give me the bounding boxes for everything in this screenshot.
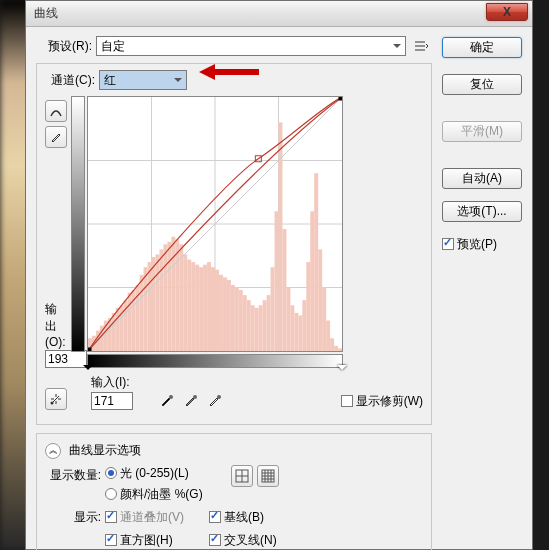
preset-label: 预设(R):: [36, 38, 92, 55]
close-icon: X: [503, 5, 511, 19]
svg-rect-43: [223, 277, 227, 351]
svg-rect-33: [183, 254, 187, 351]
svg-rect-74: [88, 348, 91, 351]
white-point-slider[interactable]: [337, 365, 347, 375]
input-gradient: [87, 354, 343, 368]
svg-rect-31: [175, 239, 179, 351]
show-amount-label: 显示数量:: [45, 465, 101, 484]
auto-button[interactable]: 自动(A): [442, 168, 522, 189]
svg-rect-61: [294, 313, 298, 351]
svg-rect-64: [306, 262, 310, 351]
preview-checkbox[interactable]: 预览(P): [442, 236, 497, 253]
svg-rect-59: [286, 288, 290, 352]
svg-rect-37: [199, 267, 203, 351]
intersection-checkbox[interactable]: 交叉线(N): [209, 532, 299, 549]
svg-rect-70: [330, 338, 334, 351]
svg-rect-32: [179, 244, 183, 351]
svg-rect-26: [155, 254, 159, 351]
svg-rect-50: [251, 305, 255, 351]
svg-rect-48: [243, 295, 247, 351]
svg-rect-49: [247, 300, 251, 351]
svg-rect-44: [227, 280, 231, 351]
svg-rect-22: [140, 275, 144, 351]
channel-label: 通道(C):: [45, 72, 95, 89]
ok-button[interactable]: 确定: [442, 37, 522, 58]
svg-rect-67: [318, 249, 322, 351]
svg-rect-23: [144, 267, 148, 351]
svg-rect-47: [239, 290, 243, 351]
svg-rect-24: [148, 262, 152, 351]
svg-rect-29: [167, 242, 171, 351]
titlebar[interactable]: 曲线 X: [26, 1, 532, 27]
pencil-tool-icon[interactable]: [45, 126, 67, 148]
svg-rect-46: [235, 288, 239, 352]
svg-rect-36: [195, 265, 199, 351]
output-label: 输出(O):: [45, 301, 67, 349]
svg-rect-66: [314, 173, 318, 351]
curve-grid[interactable]: [87, 96, 343, 352]
svg-rect-65: [310, 211, 314, 351]
svg-rect-42: [219, 275, 223, 351]
curve-tool-icon[interactable]: [45, 100, 67, 122]
svg-rect-40: [211, 267, 215, 351]
show-label: 显示:: [45, 509, 101, 526]
black-point-slider[interactable]: [83, 365, 93, 375]
close-button[interactable]: X: [486, 3, 528, 21]
svg-rect-56: [275, 211, 279, 351]
svg-point-80: [217, 395, 221, 399]
svg-rect-58: [282, 229, 286, 351]
svg-rect-72: [338, 348, 342, 351]
svg-rect-55: [271, 267, 275, 351]
gray-eyedropper-icon[interactable]: [181, 390, 201, 410]
svg-rect-41: [215, 270, 219, 351]
histogram-checkbox[interactable]: 直方图(H): [105, 532, 205, 549]
svg-rect-30: [171, 237, 175, 351]
channel-select[interactable]: 红: [99, 70, 187, 90]
svg-rect-60: [290, 305, 294, 351]
grid-simple-icon[interactable]: [231, 465, 253, 487]
grid-detailed-icon[interactable]: [257, 465, 279, 487]
svg-rect-19: [128, 293, 132, 351]
svg-rect-34: [187, 260, 191, 351]
svg-point-79: [193, 395, 197, 399]
input-label: 输入(I):: [91, 374, 133, 391]
svg-rect-27: [159, 249, 163, 351]
channel-overlay-checkbox[interactable]: 通道叠加(V): [105, 509, 205, 526]
svg-rect-15: [112, 313, 116, 351]
svg-rect-69: [326, 321, 330, 351]
svg-rect-52: [259, 305, 263, 351]
svg-rect-38: [203, 265, 207, 351]
smooth-button: 平滑(M): [442, 121, 522, 142]
collapse-icon[interactable]: ︽: [45, 443, 61, 459]
dialog-title: 曲线: [34, 5, 58, 22]
target-adjust-icon[interactable]: [45, 388, 67, 410]
pigment-radio[interactable]: 颜料/油墨 %(G): [105, 487, 203, 501]
svg-rect-16: [116, 308, 120, 351]
preset-select[interactable]: 自定: [96, 36, 406, 56]
svg-rect-53: [263, 300, 267, 351]
preset-menu-icon[interactable]: [410, 35, 432, 57]
svg-rect-63: [302, 300, 306, 351]
output-gradient: [71, 96, 85, 352]
svg-rect-35: [191, 262, 195, 351]
svg-rect-76: [339, 97, 342, 100]
svg-rect-51: [255, 308, 259, 351]
svg-rect-28: [163, 244, 167, 351]
black-eyedropper-icon[interactable]: [157, 390, 177, 410]
svg-rect-68: [322, 288, 326, 352]
svg-point-78: [169, 395, 173, 399]
baseline-checkbox[interactable]: 基线(B): [209, 509, 299, 526]
svg-rect-25: [152, 257, 156, 351]
svg-rect-71: [334, 346, 338, 351]
reset-button[interactable]: 复位: [442, 74, 522, 95]
white-eyedropper-icon[interactable]: [205, 390, 225, 410]
light-radio[interactable]: 光 (0-255)(L): [105, 466, 189, 480]
display-options-label: 曲线显示选项: [69, 442, 141, 459]
svg-rect-39: [207, 262, 211, 351]
options-button[interactable]: 选项(T)...: [442, 201, 522, 222]
svg-rect-54: [267, 295, 271, 351]
input-input[interactable]: 171: [91, 392, 133, 410]
svg-rect-62: [298, 315, 302, 351]
svg-rect-45: [231, 285, 235, 351]
show-clipping-checkbox[interactable]: 显示修剪(W): [341, 393, 423, 410]
